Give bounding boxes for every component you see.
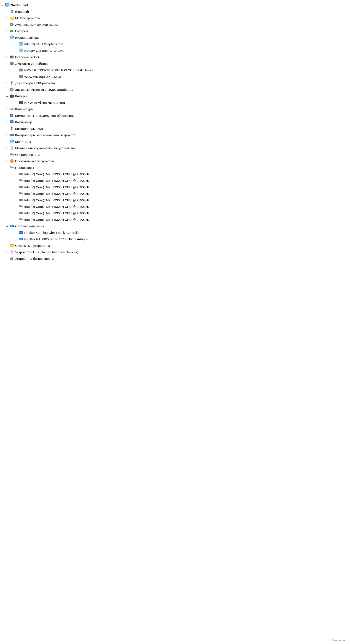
tree-item-hp-camera[interactable]: HP Wide Vision HD Camera	[0, 99, 174, 106]
tree-item-monitors[interactable]: Мониторы	[0, 138, 174, 145]
tree-item-usb-hubs[interactable]: Диспетчеры USB-разъема	[0, 80, 174, 86]
tree-item-software-components[interactable]: Компоненты программного обеспечения	[0, 112, 174, 119]
label-cpu3: Intel(R) Core(TM) i5-9300H CPU @ 2.40GHz	[24, 185, 90, 189]
icon-keyboards	[9, 106, 14, 112]
svg-rect-69	[10, 135, 11, 136]
tree-item-disk-devices[interactable]: Дисковые устройства	[0, 60, 174, 67]
tree-item-hid[interactable]: Устройства HID (Human Interface Devices)	[0, 249, 174, 255]
svg-rect-36	[11, 84, 12, 84]
tree-item-nvme[interactable]: NVMe KBG30ZMV256G TOS SCSI Disk Device	[0, 67, 174, 73]
tree-item-cpu8[interactable]: Intel(R) Core(TM) i5-9300H CPU @ 2.40GHz	[0, 216, 174, 223]
tree-item-intel-gpu[interactable]: Intel(R) UHD Graphics 630	[0, 41, 174, 47]
expand-btn-usb-hubs[interactable]	[5, 81, 9, 85]
svg-rect-150	[19, 238, 22, 240]
svg-rect-12	[10, 36, 14, 38]
expand-btn-software-components[interactable]	[5, 113, 9, 118]
tree-item-cpu1[interactable]: Intel(R) Core(TM) i5-9300H CPU @ 2.40GHz	[0, 171, 174, 177]
svg-rect-32	[19, 75, 23, 78]
root-node[interactable]: Saidmurod	[0, 2, 174, 8]
svg-rect-6	[10, 17, 14, 20]
tree-item-video-adapters[interactable]: Видеоадаптеры	[0, 34, 174, 41]
tree-item-realtek-gbe[interactable]: Realtek Gaming GbE Family Controller	[0, 229, 174, 236]
label-usb-hubs: Диспетчеры USB-разъема	[15, 81, 55, 85]
expand-btn-monitors[interactable]	[5, 139, 9, 144]
tree-item-keyboards[interactable]: Клавиатуры	[0, 106, 174, 112]
expand-btn-firmware[interactable]	[5, 55, 9, 59]
svg-rect-63	[11, 129, 12, 130]
expand-btn-sound[interactable]	[5, 87, 9, 92]
svg-point-28	[12, 63, 13, 64]
tree-item-security[interactable]: Устройства безопасности	[0, 255, 174, 262]
tree-item-cpu4[interactable]: Intel(R) Core(TM) i5-9300H CPU @ 2.40GHz	[0, 190, 174, 197]
expand-btn-software-devices[interactable]	[5, 159, 9, 163]
icon-usb-controllers	[9, 126, 14, 131]
expand-btn-battery[interactable]	[5, 29, 9, 33]
label-mice: Мыши и иные указывающие устройства	[15, 146, 76, 150]
expand-btn-usb-controllers[interactable]	[5, 126, 9, 131]
tree-item-bluetooth[interactable]: Bluetooth	[0, 8, 174, 15]
svg-rect-119	[21, 200, 21, 200]
tree-item-firmware[interactable]: Встроенное ПО	[0, 54, 174, 60]
label-system-devices: Системные устройства	[15, 244, 50, 248]
expand-btn-mice[interactable]	[5, 146, 9, 150]
tree-item-nvidia-gpu[interactable]: NVIDIA GeForce GTX 1050	[0, 47, 174, 54]
svg-rect-97	[20, 180, 20, 181]
tree-item-cpu7[interactable]: Intel(R) Core(TM) i5-9300H CPU @ 2.40GHz	[0, 210, 174, 216]
icon-software-components	[9, 113, 14, 118]
expand-btn-cameras[interactable]	[5, 94, 9, 98]
tree-item-computer[interactable]: Компьютер	[0, 119, 174, 125]
expand-btn-print-queues[interactable]	[5, 152, 9, 157]
svg-rect-112	[21, 193, 21, 194]
tree-item-network-adapters[interactable]: Сетевые адаптеры	[0, 223, 174, 229]
root-expand-btn[interactable]	[1, 3, 5, 7]
icon-monitors	[9, 139, 14, 144]
tree-item-cpu3[interactable]: Intel(R) Core(TM) i5-9300H CPU @ 2.40GHz	[0, 184, 174, 190]
svg-rect-29	[19, 69, 23, 71]
expand-btn-storage-controllers[interactable]	[5, 133, 9, 137]
expand-btn-security[interactable]	[5, 256, 9, 261]
tree-item-realtek-wifi[interactable]: Realtek RTL8822BE 802.11ac PCIe Adapter	[0, 236, 174, 242]
label-hp-camera: HP Wide Vision HD Camera	[24, 101, 65, 104]
tree-item-system-devices[interactable]: Системные устройства	[0, 242, 174, 249]
icon-nvme	[18, 68, 24, 72]
expand-btn-computer[interactable]	[5, 120, 9, 124]
expand-btn-processors[interactable]	[5, 165, 9, 170]
svg-rect-49	[20, 101, 21, 102]
expand-btn-video-adapters[interactable]	[5, 35, 9, 40]
expand-btn-network-adapters[interactable]	[5, 224, 9, 228]
label-cameras: Камеры	[15, 94, 27, 98]
tree-item-storage-controllers[interactable]: Контроллеры запоминающих устройств	[0, 132, 174, 138]
expand-btn-hid[interactable]	[5, 250, 9, 254]
svg-rect-72	[11, 142, 12, 143]
tree-item-cpu5[interactable]: Intel(R) Core(TM) i5-9300H CPU @ 2.40GHz	[0, 197, 174, 203]
tree-item-software-devices[interactable]: Программные устройства	[0, 158, 174, 164]
svg-rect-13	[11, 38, 12, 39]
expand-btn-bluetooth[interactable]	[5, 9, 9, 14]
tree-item-usb-controllers[interactable]: Контроллеры USB	[0, 125, 174, 132]
svg-rect-33	[20, 76, 21, 76]
expand-btn-disk-devices[interactable]	[5, 61, 9, 66]
tree-item-cpu6[interactable]: Intel(R) Core(TM) i5-9300H CPU @ 2.40GHz	[0, 203, 174, 210]
tree-item-audio[interactable]: Аудиовходы и аудиовыходы	[0, 21, 174, 28]
svg-rect-60	[10, 121, 13, 122]
svg-point-38	[12, 82, 12, 82]
svg-rect-90	[20, 174, 20, 174]
tree-item-wdc[interactable]: WDC WD10SPZX-24Z10	[0, 73, 174, 80]
tree-item-cpu2[interactable]: Intel(R) Core(TM) i5-9300H CPU @ 2.40GHz	[0, 177, 174, 184]
label-bluetooth: Bluetooth	[15, 10, 29, 14]
icon-cpu3	[18, 184, 24, 190]
icon-disk-devices	[9, 61, 14, 66]
expand-btn-mtd[interactable]	[5, 16, 9, 20]
tree-item-battery[interactable]: Батареи	[0, 28, 174, 34]
expand-btn-keyboards[interactable]	[5, 107, 9, 111]
tree-item-mtd[interactable]: MTD-устройства	[0, 15, 174, 21]
tree-item-processors[interactable]: Процессоры	[0, 164, 174, 171]
label-monitors: Мониторы	[15, 140, 31, 144]
tree-item-mice[interactable]: Мыши и иные указывающие устройства	[0, 145, 174, 151]
tree-item-cameras[interactable]: Камеры	[0, 93, 174, 99]
tree-item-sound[interactable]: Звуковые, игровые и видеоустройства	[0, 86, 174, 93]
tree-item-print-queues[interactable]: Очереди печати	[0, 151, 174, 158]
expand-btn-system-devices[interactable]	[5, 243, 9, 248]
expand-btn-audio[interactable]	[5, 22, 9, 27]
svg-point-31	[21, 70, 22, 71]
